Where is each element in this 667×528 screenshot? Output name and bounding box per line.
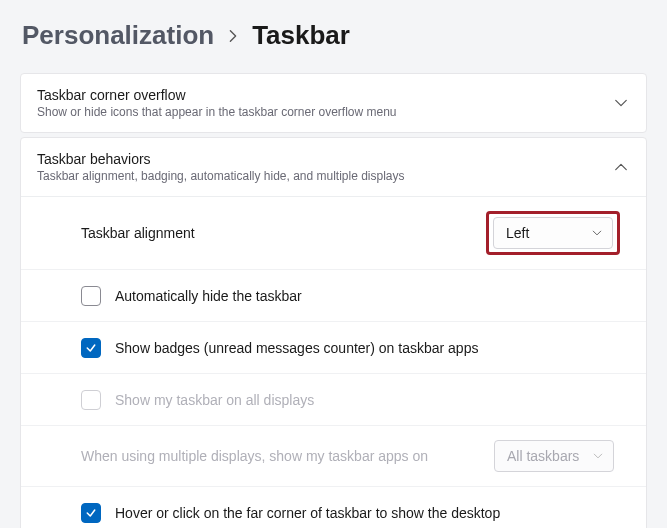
check-icon — [85, 342, 97, 354]
row-multidisplay: When using multiple displays, show my ta… — [21, 426, 646, 487]
label-badges: Show badges (unread messages counter) on… — [115, 340, 628, 356]
panel-subtitle: Taskbar alignment, badging, automaticall… — [37, 169, 405, 183]
behaviors-list: Taskbar alignment Left Automatically hid… — [21, 196, 646, 528]
label-all-displays: Show my taskbar on all displays — [115, 392, 628, 408]
breadcrumb: Personalization Taskbar — [22, 20, 647, 51]
check-icon — [85, 507, 97, 519]
dropdown-multidisplay: All taskbars — [494, 440, 614, 472]
dropdown-taskbar-alignment[interactable]: Left — [493, 217, 613, 249]
label-taskbar-alignment: Taskbar alignment — [81, 225, 486, 241]
panel-corner-overflow[interactable]: Taskbar corner overflow Show or hide ico… — [20, 73, 647, 133]
row-taskbar-alignment: Taskbar alignment Left — [21, 197, 646, 270]
checkbox-all-displays — [81, 390, 101, 410]
chevron-right-icon — [226, 29, 240, 43]
label-far-corner: Hover or click on the far corner of task… — [115, 505, 628, 521]
checkbox-far-corner[interactable] — [81, 503, 101, 523]
highlight-box: Left — [486, 211, 620, 255]
row-far-corner: Hover or click on the far corner of task… — [21, 487, 646, 528]
checkbox-autohide[interactable] — [81, 286, 101, 306]
panel-title: Taskbar behaviors — [37, 151, 405, 167]
panel-subtitle: Show or hide icons that appear in the ta… — [37, 105, 397, 119]
label-autohide: Automatically hide the taskbar — [115, 288, 628, 304]
breadcrumb-parent[interactable]: Personalization — [22, 20, 214, 51]
breadcrumb-current: Taskbar — [252, 20, 350, 51]
row-badges: Show badges (unread messages counter) on… — [21, 322, 646, 374]
chevron-down-icon — [614, 96, 628, 110]
dropdown-value: Left — [506, 225, 529, 241]
panel-title: Taskbar corner overflow — [37, 87, 397, 103]
label-multidisplay: When using multiple displays, show my ta… — [81, 448, 494, 464]
row-all-displays: Show my taskbar on all displays — [21, 374, 646, 426]
panel-header-behaviors[interactable]: Taskbar behaviors Taskbar alignment, bad… — [21, 138, 646, 196]
row-autohide: Automatically hide the taskbar — [21, 270, 646, 322]
checkbox-badges[interactable] — [81, 338, 101, 358]
chevron-up-icon — [614, 160, 628, 174]
dropdown-value: All taskbars — [507, 448, 579, 464]
panel-taskbar-behaviors: Taskbar behaviors Taskbar alignment, bad… — [20, 137, 647, 528]
